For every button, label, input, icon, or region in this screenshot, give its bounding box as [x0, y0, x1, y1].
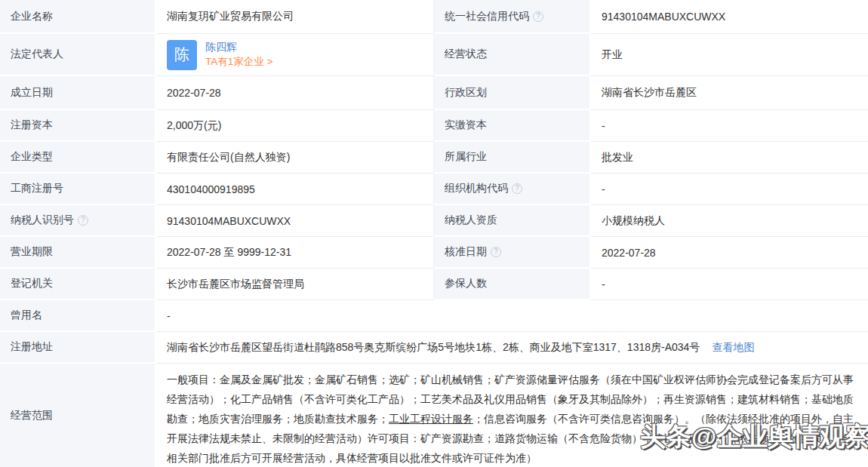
- label-text: 营业期限: [11, 245, 53, 259]
- field-label-business-scope: 经营范围: [0, 364, 156, 467]
- value-text: 430104000919895: [167, 183, 255, 195]
- value-text: 有限责任公司(自然人独资): [167, 151, 290, 164]
- label-text: 所属行业: [445, 150, 487, 164]
- field-label-business-term: 营业期限: [0, 237, 156, 269]
- value-text: 2022-07-28: [167, 87, 221, 99]
- field-label-biz-status: 经营状态: [434, 34, 591, 76]
- field-label-company-name: 企业名称: [0, 0, 156, 34]
- label-text: 曾用名: [11, 309, 42, 322]
- help-icon[interactable]: ?: [533, 11, 543, 22]
- help-icon[interactable]: ?: [78, 215, 88, 226]
- field-label-establish-date: 成立日期: [0, 76, 156, 110]
- address-text: 湖南省长沙市岳麓区望岳街道杜鹃路858号奥克斯缤纷广场5号地块1栋、2栋、商业及…: [167, 341, 700, 355]
- value-text: -: [167, 310, 171, 322]
- value-text: 湖南复玥矿业贸易有限公司: [167, 10, 294, 23]
- field-label-insured-count: 参保人数: [434, 269, 591, 300]
- field-value-taxpayer-qualification: 小规模纳税人: [591, 205, 868, 237]
- field-label-reg-number: 工商注册号: [0, 174, 156, 205]
- label-text: 实缴资本: [445, 118, 487, 132]
- view-map-link[interactable]: 查看地图: [712, 341, 754, 355]
- field-value-business-term: 2022-07-28 至 9999-12-31: [156, 237, 434, 269]
- label-text: 经营状态: [445, 48, 487, 61]
- value-text: 2022-07-28: [602, 247, 656, 259]
- value-text: 批发业: [602, 151, 633, 164]
- field-value-industry: 批发业: [591, 142, 868, 174]
- value-text: 2022-07-28 至 9999-12-31: [167, 246, 291, 260]
- field-label-approval-date: 核准日期 ?: [434, 237, 591, 269]
- field-label-paid-in-capital: 实缴资本: [434, 110, 591, 142]
- label-text: 企业类型: [11, 150, 53, 164]
- field-label-credit-code: 统一社会信用代码 ?: [434, 0, 591, 34]
- field-label-registration-authority: 登记机关: [0, 269, 156, 300]
- field-value-reg-number: 430104000919895: [156, 174, 434, 205]
- label-text: 登记机关: [11, 277, 53, 290]
- label-text: 成立日期: [11, 86, 53, 100]
- label-text: 纳税人识别号: [11, 214, 74, 227]
- field-value-registered-address: 湖南省长沙市岳麓区望岳街道杜鹃路858号奥克斯缤纷广场5号地块1栋、2栋、商业及…: [156, 332, 868, 364]
- field-value-paid-in-capital: -: [591, 110, 868, 142]
- business-scope-highlighted-term[interactable]: 工业工程设计服务: [389, 413, 473, 425]
- field-label-industry: 所属行业: [434, 142, 591, 174]
- value-text: 开业: [602, 48, 623, 62]
- field-value-former-name: -: [156, 300, 868, 332]
- field-value-establish-date: 2022-07-28: [156, 76, 434, 110]
- legal-rep-avatar[interactable]: 陈: [167, 40, 197, 70]
- field-label-former-name: 曾用名: [0, 300, 156, 332]
- label-text: 企业名称: [11, 10, 53, 23]
- field-value-credit-code: 91430104MABUXCUWXX: [591, 0, 868, 34]
- field-label-taxpayer-qualification: 纳税人资质: [434, 205, 591, 237]
- field-label-legal-rep: 法定代表人: [0, 34, 156, 76]
- legal-rep-lines: 陈四辉 TA有1家企业 >: [205, 41, 272, 67]
- value-text: 小规模纳税人: [602, 214, 665, 228]
- field-value-company-name: 湖南复玥矿业贸易有限公司: [156, 0, 434, 34]
- value-text: 长沙市岳麓区市场监督管理局: [167, 278, 304, 291]
- label-text: 纳税人资质: [445, 214, 497, 227]
- help-icon[interactable]: ?: [512, 183, 522, 194]
- field-label-admin-division: 行政区划: [434, 76, 591, 110]
- field-value-admin-division: 湖南省长沙市岳麓区: [591, 76, 868, 110]
- value-text: -: [602, 278, 605, 290]
- label-text: 法定代表人: [11, 48, 63, 61]
- field-value-taxpayer-id: 91430104MABUXCUWXX: [156, 205, 434, 237]
- field-value-org-code: -: [591, 174, 868, 205]
- label-text: 统一社会信用代码: [445, 10, 529, 23]
- field-label-taxpayer-id: 纳税人识别号 ?: [0, 205, 156, 237]
- field-value-company-type: 有限责任公司(自然人独资): [156, 142, 434, 174]
- label-text: 注册资本: [11, 118, 53, 132]
- label-text: 行政区划: [445, 86, 487, 100]
- value-text: -: [602, 120, 605, 132]
- legal-rep-block: 陈 陈四辉 TA有1家企业 >: [167, 40, 272, 70]
- label-text: 经营范围: [11, 409, 53, 422]
- field-value-registration-authority: 长沙市岳麓区市场监督管理局: [156, 269, 434, 300]
- label-text: 组织机构代码: [445, 182, 508, 195]
- field-value-registered-capital: 2,000万(元): [156, 110, 434, 142]
- legal-rep-name-link[interactable]: 陈四辉: [205, 41, 272, 53]
- label-text: 参保人数: [445, 277, 487, 290]
- field-label-company-type: 企业类型: [0, 142, 156, 174]
- legal-rep-related-companies-link[interactable]: TA有1家企业 >: [205, 57, 272, 68]
- field-value-biz-status: 开业: [591, 34, 868, 76]
- field-value-legal-rep: 陈 陈四辉 TA有1家企业 >: [156, 34, 434, 76]
- field-value-business-scope: 一般项目：金属及金属矿批发；金属矿石销售；选矿；矿山机械销售；矿产资源储量评估服…: [156, 364, 868, 467]
- label-text: 核准日期: [445, 245, 487, 259]
- field-label-registered-address: 注册地址: [0, 332, 156, 364]
- value-text: 2,000万(元): [167, 119, 221, 133]
- label-text: 注册地址: [11, 340, 53, 354]
- value-text: -: [602, 183, 605, 195]
- value-text: 湖南省长沙市岳麓区: [602, 86, 697, 100]
- field-label-org-code: 组织机构代码 ?: [434, 174, 591, 205]
- value-text: 91430104MABUXCUWXX: [167, 215, 291, 227]
- value-text: 91430104MABUXCUWXX: [602, 11, 725, 23]
- company-info-table: 企业名称 湖南复玥矿业贸易有限公司 统一社会信用代码 ? 91430104MAB…: [0, 0, 868, 467]
- field-value-insured-count: -: [591, 269, 868, 300]
- help-icon[interactable]: ?: [491, 247, 501, 257]
- field-value-approval-date: 2022-07-28: [591, 237, 868, 269]
- field-label-registered-capital: 注册资本: [0, 110, 156, 142]
- label-text: 工商注册号: [11, 182, 63, 195]
